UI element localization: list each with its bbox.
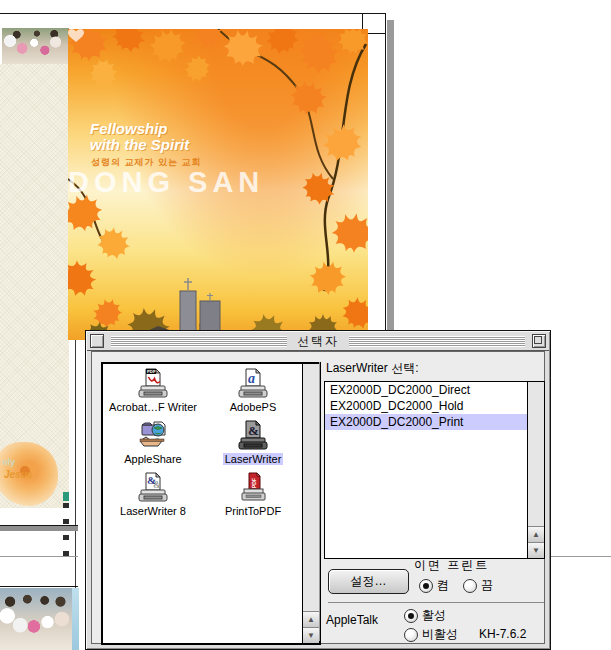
device-laserwriter8[interactable]: & & LaserWriter 8 bbox=[103, 472, 203, 524]
device-appleshare[interactable]: AppleShare bbox=[103, 420, 203, 472]
children-photo-top bbox=[2, 28, 69, 65]
device-label-selected: LaserWriter bbox=[223, 453, 284, 465]
adobeps-icon: a bbox=[236, 368, 270, 400]
radio-on-icon[interactable] bbox=[419, 579, 433, 593]
page-guide-top bbox=[0, 13, 386, 14]
children-photo-bottom-sky-strip bbox=[72, 588, 79, 650]
device-label: Acrobat…F Writer bbox=[107, 401, 199, 413]
device-grid: PDF Acrobat…F Writer a bbox=[103, 364, 303, 643]
dong-san-title: DONG SAN bbox=[68, 166, 264, 199]
printer-list-scrollbar[interactable]: ▲ ▼ bbox=[527, 382, 544, 558]
background-print-off-option[interactable]: 끔 bbox=[463, 577, 493, 594]
close-box-icon[interactable] bbox=[90, 334, 104, 348]
page2-margin-line-right bbox=[550, 556, 611, 557]
appletalk-active-option[interactable]: 활성 bbox=[404, 607, 446, 624]
titlebar-stripes-right bbox=[349, 336, 525, 347]
background-print-on-label: 켬 bbox=[437, 577, 449, 594]
cover-artwork: Fellowship with the Spirit 성령의 교제가 있는 교회… bbox=[68, 29, 368, 340]
appleshare-icon bbox=[136, 420, 170, 452]
printer-row[interactable]: EX2000D_DC2000_Hold bbox=[325, 398, 528, 414]
scroll-up-icon[interactable]: ▲ bbox=[303, 611, 319, 627]
appletalk-inactive-label: 비활성 bbox=[422, 626, 458, 643]
window-titlebar[interactable]: 선택자 bbox=[87, 332, 549, 351]
radio-on-icon[interactable] bbox=[404, 609, 418, 623]
device-panel: PDF Acrobat…F Writer a bbox=[101, 362, 321, 645]
laserwriter8-icon: & & bbox=[136, 472, 170, 504]
svg-text:&: & bbox=[248, 423, 259, 438]
page-drop-shadow bbox=[387, 20, 394, 331]
scroll-up-icon[interactable]: ▲ bbox=[528, 526, 544, 542]
page-right-edge bbox=[385, 13, 386, 331]
background-print-on-option[interactable]: 켬 bbox=[419, 577, 449, 594]
fellowship-title-line2: with the Spirit bbox=[90, 137, 189, 153]
acrobat-pdfwriter-icon: PDF bbox=[136, 368, 170, 400]
scroll-down-icon[interactable]: ▼ bbox=[528, 542, 544, 558]
page2-content-line bbox=[0, 586, 78, 587]
laserwriter-icon: & bbox=[236, 420, 270, 452]
printer-row[interactable]: EX2000D_DC2000_Direct bbox=[325, 382, 528, 398]
version-text: KH-7.6.2 bbox=[479, 627, 526, 641]
heart-icon bbox=[68, 29, 84, 43]
device-adobeps[interactable]: a AdobePS bbox=[203, 368, 303, 420]
radio-off-icon[interactable] bbox=[404, 628, 418, 642]
svg-text:&: & bbox=[153, 479, 161, 490]
setup-button[interactable]: 설정… bbox=[328, 569, 409, 594]
printer-row-selected[interactable]: EX2000D_DC2000_Print bbox=[325, 414, 528, 430]
device-label: AppleShare bbox=[122, 453, 184, 465]
appletalk-active-label: 활성 bbox=[422, 607, 446, 624]
printer-rows: EX2000D_DC2000_Direct EX2000D_DC2000_Hol… bbox=[325, 382, 528, 558]
section-divider bbox=[319, 362, 320, 641]
svg-text:PDF: PDF bbox=[251, 478, 257, 488]
device-label: LaserWriter 8 bbox=[118, 505, 188, 517]
chooser-window: 선택자 PDF bbox=[85, 330, 551, 650]
device-printtopdf[interactable]: PDF PrintToPDF bbox=[203, 472, 303, 524]
svg-text:PDF: PDF bbox=[147, 369, 156, 374]
appletalk-label: AppleTalk bbox=[326, 613, 378, 627]
svg-text:a: a bbox=[248, 371, 255, 386]
left-page-texture: nly Jesus bbox=[0, 64, 69, 508]
left-page-edge bbox=[75, 335, 76, 588]
appletalk-separator bbox=[328, 602, 544, 603]
titlebar-stripes-left bbox=[111, 336, 287, 347]
background-print-off-label: 끔 bbox=[481, 577, 493, 594]
device-panel-scrollbar[interactable]: ▲ ▼ bbox=[302, 364, 319, 643]
vertical-caption-marks bbox=[63, 492, 69, 564]
window-title: 선택자 bbox=[291, 333, 345, 350]
zoom-box-icon[interactable] bbox=[532, 334, 546, 348]
children-photo-bottom bbox=[0, 588, 72, 650]
background-print-label: 이면 프린트 bbox=[414, 557, 489, 574]
chooser-content: PDF Acrobat…F Writer a bbox=[91, 351, 545, 644]
scroll-down-icon[interactable]: ▼ bbox=[303, 627, 319, 643]
flower-text-fragment-2: Jesus bbox=[4, 470, 32, 480]
device-label: PrintToPDF bbox=[223, 505, 283, 517]
printtopdf-icon: PDF bbox=[236, 472, 270, 504]
printer-list: EX2000D_DC2000_Direct EX2000D_DC2000_Hol… bbox=[324, 381, 545, 559]
screen: nly Jesus bbox=[0, 0, 611, 650]
device-laserwriter[interactable]: & LaserWriter bbox=[203, 420, 303, 472]
flower-text-fragment-1: nly bbox=[2, 458, 15, 467]
appletalk-inactive-option[interactable]: 비활성 bbox=[404, 626, 458, 643]
radio-off-icon[interactable] bbox=[463, 579, 477, 593]
fellowship-title-line1: Fellowship bbox=[90, 121, 168, 137]
printer-list-label: LaserWriter 선택: bbox=[326, 360, 418, 377]
device-label: AdobePS bbox=[228, 401, 278, 413]
device-acrobat-pdfwriter[interactable]: PDF Acrobat…F Writer bbox=[103, 368, 203, 420]
